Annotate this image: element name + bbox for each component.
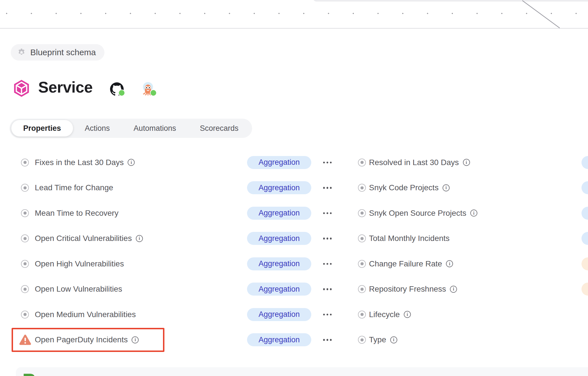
property-item[interactable]: Open Medium Vulnerabilities	[21, 302, 136, 327]
property-name: Snyk Code Projects	[369, 183, 439, 192]
property-name: Open High Vulnerabilities	[35, 259, 124, 268]
gear-icon	[17, 48, 26, 57]
info-icon[interactable]	[463, 159, 470, 166]
tab-scorecards[interactable]: Scorecards	[188, 120, 250, 136]
property-name: Total Monthly Incidents	[369, 234, 450, 243]
property-item[interactable]: Open High Vulnerabilities	[21, 251, 124, 277]
blueprint-cube-icon	[13, 79, 30, 97]
more-menu-button[interactable]	[319, 184, 335, 192]
aggregation-badge[interactable]: Aggregation	[247, 207, 311, 220]
property-item[interactable]: Type	[358, 327, 397, 353]
property-row: Open Medium Vulnerabilities Aggregation …	[0, 302, 588, 327]
property-name: Lifecycle	[369, 310, 400, 319]
property-name: Snyk Open Source Projects	[369, 209, 466, 218]
radio-icon	[358, 184, 366, 192]
property-item[interactable]: Total Monthly Incidents	[358, 226, 450, 251]
property-item[interactable]: Change Failure Rate	[358, 251, 453, 277]
more-menu-button[interactable]	[319, 234, 335, 243]
property-row: Open Low Vulnerabilities Aggregation Rep…	[0, 277, 588, 302]
property-row: Fixes in the Last 30 Days Aggregation Re…	[0, 150, 588, 175]
radio-icon	[358, 209, 366, 217]
info-icon[interactable]	[443, 184, 450, 191]
property-name: Change Failure Rate	[369, 259, 442, 268]
truncated-badge[interactable]	[581, 156, 588, 169]
radio-icon	[358, 285, 366, 293]
info-icon[interactable]	[446, 260, 453, 267]
radio-icon	[21, 260, 29, 268]
property-item[interactable]: Open Critical Vulnerabilities	[21, 226, 143, 251]
truncated-badge[interactable]	[581, 232, 588, 245]
tab-properties[interactable]: Properties	[11, 120, 73, 136]
property-item[interactable]: Lead Time for Change	[21, 175, 113, 201]
blueprint-tabs: Properties Actions Automations Scorecard…	[10, 119, 252, 138]
properties-list: Fixes in the Last 30 Days Aggregation Re…	[0, 150, 588, 353]
tab-actions[interactable]: Actions	[73, 120, 122, 136]
property-row: Open High Vulnerabilities Aggregation Ch…	[0, 251, 588, 277]
header-divider	[0, 28, 588, 29]
property-name: Open PagerDuty Incidents	[35, 335, 128, 344]
aggregation-badge[interactable]: Aggregation	[247, 308, 311, 321]
next-section-letter: P	[22, 369, 36, 376]
radio-icon	[21, 311, 29, 319]
octopus-status-dot	[150, 89, 157, 96]
property-name: Open Low Vulnerabilities	[35, 285, 122, 294]
info-icon[interactable]	[450, 286, 457, 293]
blueprint-schema-label: Blueprint schema	[30, 48, 96, 57]
truncated-badge[interactable]	[581, 207, 588, 220]
property-item[interactable]: Repository Freshness	[358, 277, 457, 302]
property-row: Lead Time for Change Aggregation Snyk Co…	[0, 175, 588, 201]
info-icon[interactable]	[390, 336, 397, 343]
truncated-badge[interactable]	[581, 283, 588, 296]
more-menu-button[interactable]	[319, 209, 335, 217]
more-menu-button[interactable]	[319, 260, 335, 268]
github-status-dot	[118, 89, 125, 96]
aggregation-badge[interactable]: Aggregation	[247, 257, 311, 270]
info-icon[interactable]	[128, 159, 135, 166]
radio-icon	[21, 159, 29, 166]
property-item[interactable]: Snyk Code Projects	[358, 175, 450, 201]
aggregation-badge[interactable]: Aggregation	[247, 333, 311, 346]
radio-icon	[358, 260, 366, 268]
radio-icon	[21, 184, 29, 192]
radio-icon	[358, 234, 366, 242]
property-name: Lead Time for Change	[35, 183, 113, 192]
truncated-badge[interactable]	[581, 257, 588, 270]
info-icon[interactable]	[136, 235, 143, 242]
property-item[interactable]: Fixes in the Last 30 Days	[21, 150, 135, 175]
property-item[interactable]: Resolved in Last 30 Days	[358, 150, 470, 175]
property-item[interactable]: Lifecycle	[358, 302, 411, 327]
property-name: Repository Freshness	[369, 285, 446, 294]
more-menu-button[interactable]	[319, 310, 335, 319]
aggregation-badge[interactable]: Aggregation	[247, 283, 311, 296]
more-menu-button[interactable]	[319, 336, 335, 344]
property-item[interactable]: Snyk Open Source Projects	[358, 200, 477, 226]
property-item[interactable]: Open Low Vulnerabilities	[21, 277, 122, 302]
property-item[interactable]: Mean Time to Recovery	[21, 200, 119, 226]
property-name: Resolved in Last 30 Days	[369, 158, 459, 167]
aggregation-badge[interactable]: Aggregation	[247, 232, 311, 245]
property-item[interactable]: Open PagerDuty Incidents	[19, 327, 139, 353]
property-name: Fixes in the Last 30 Days	[35, 158, 124, 167]
more-menu-button[interactable]	[319, 158, 335, 167]
info-icon[interactable]	[132, 336, 139, 343]
aggregation-badge[interactable]: Aggregation	[247, 181, 311, 194]
radio-icon	[21, 209, 29, 217]
more-menu-button[interactable]	[319, 285, 335, 294]
info-icon[interactable]	[470, 210, 477, 217]
property-name: Open Medium Vulnerabilities	[35, 310, 136, 319]
property-row: Mean Time to Recovery Aggregation Snyk O…	[0, 200, 588, 226]
truncated-badge[interactable]	[581, 181, 588, 194]
property-row-highlighted: Open PagerDuty Incidents Aggregation Typ…	[0, 327, 588, 353]
radio-icon	[358, 311, 366, 319]
warning-triangle-icon	[19, 334, 32, 345]
property-name: Mean Time to Recovery	[35, 209, 119, 218]
tab-automations[interactable]: Automations	[122, 120, 188, 136]
radio-icon	[21, 285, 29, 293]
diagonal-line	[520, 0, 565, 29]
radio-icon	[358, 159, 366, 166]
property-name: Type	[369, 335, 386, 344]
info-icon[interactable]	[404, 311, 411, 318]
aggregation-badge[interactable]: Aggregation	[247, 156, 311, 169]
blueprint-schema-chip[interactable]: Blueprint schema	[11, 44, 104, 61]
page-title: Service	[38, 78, 93, 96]
